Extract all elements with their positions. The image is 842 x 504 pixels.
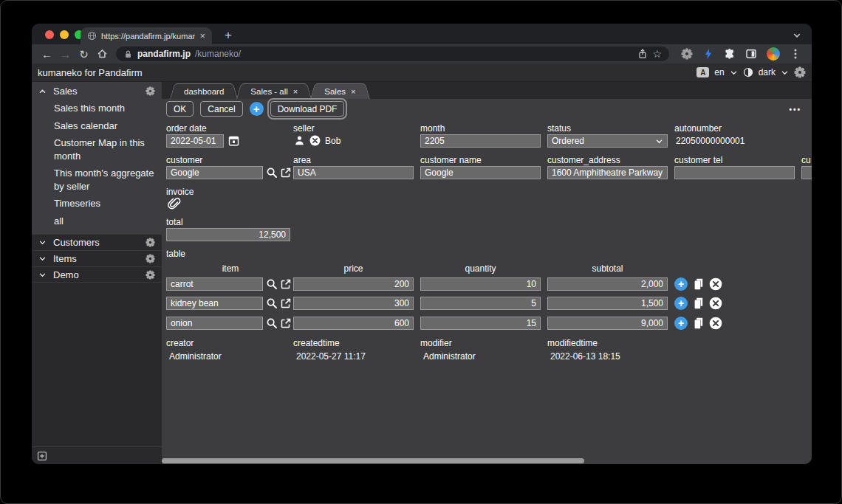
table-row-quantity-input[interactable] xyxy=(420,317,541,330)
item-search-icon[interactable] xyxy=(266,317,278,329)
cancel-button[interactable]: Cancel xyxy=(200,101,242,117)
extension-gear-icon[interactable] xyxy=(681,48,693,60)
language-chevron-icon[interactable] xyxy=(730,69,738,77)
customer-search-icon[interactable] xyxy=(266,167,278,179)
side-panel-icon[interactable] xyxy=(745,48,757,60)
seller-clear-icon[interactable] xyxy=(309,135,321,146)
total-input[interactable] xyxy=(166,228,290,241)
home-button[interactable] xyxy=(93,48,112,61)
browser-tab[interactable]: https://pandafirm.jp/kumaneko × xyxy=(81,27,212,44)
table-row-subtotal-input[interactable] xyxy=(547,277,668,291)
table-row-quantity-input[interactable] xyxy=(420,297,541,310)
table-row-item-input[interactable] xyxy=(166,277,263,291)
tab-sales[interactable]: Sales × xyxy=(317,83,363,99)
add-record-button[interactable]: + xyxy=(250,102,264,116)
row-delete-icon[interactable] xyxy=(709,277,722,291)
sales-settings-gear-icon[interactable] xyxy=(146,86,155,96)
sidebar-item-all[interactable]: all xyxy=(54,213,156,230)
table-row-quantity-input[interactable] xyxy=(420,277,541,291)
contrast-icon[interactable] xyxy=(743,67,753,77)
sidebar-item-customers[interactable]: Customers xyxy=(32,234,162,250)
row-add-button[interactable]: + xyxy=(674,277,688,291)
reload-button[interactable]: ↻ xyxy=(75,49,93,60)
tab-sales-all[interactable]: Sales - all × xyxy=(243,83,305,99)
row-delete-icon[interactable] xyxy=(709,317,722,330)
row-duplicate-icon[interactable] xyxy=(693,317,705,329)
items-settings-gear-icon[interactable] xyxy=(146,254,155,263)
tab-close-icon[interactable]: × xyxy=(293,84,298,99)
tab-close-icon[interactable]: × xyxy=(199,31,205,41)
item-search-icon[interactable] xyxy=(266,278,278,290)
extensions-puzzle-icon[interactable] xyxy=(724,48,736,60)
window-minimize-button[interactable] xyxy=(60,30,69,39)
sidebar-item-items[interactable]: Items xyxy=(32,250,162,266)
customer-tel-input[interactable] xyxy=(674,166,795,179)
window-close-button[interactable] xyxy=(45,30,54,39)
app-settings-gear-icon[interactable] xyxy=(794,66,806,78)
row-duplicate-icon[interactable] xyxy=(693,297,705,309)
sidebar-item-sales[interactable]: Sales xyxy=(32,82,162,100)
more-menu-icon[interactable]: ••• xyxy=(789,106,801,114)
area-input[interactable] xyxy=(293,166,414,179)
browser-tab-strip: https://pandafirm.jp/kumaneko × + xyxy=(32,24,812,44)
language-selector[interactable]: en xyxy=(714,67,724,77)
collapse-chevron-up-icon[interactable] xyxy=(38,87,47,95)
forward-button[interactable]: → xyxy=(56,49,75,60)
row-delete-icon[interactable] xyxy=(709,297,722,310)
table-row-item-input[interactable] xyxy=(166,317,263,330)
sidebar-item-timeseries[interactable]: Timeseries xyxy=(54,195,156,213)
sidebar-item-customer-map[interactable]: Customer Map in this month xyxy=(54,134,156,165)
theme-selector[interactable]: dark xyxy=(759,67,776,77)
sidebar-item-aggregate-by-seller[interactable]: This month's aggregate by seller xyxy=(54,165,156,195)
extension-lightning-icon[interactable] xyxy=(702,48,714,60)
row-duplicate-icon[interactable] xyxy=(693,278,705,290)
table-row-subtotal-input[interactable] xyxy=(547,297,668,310)
table-row-price-input[interactable] xyxy=(293,277,414,291)
cut-column-input[interactable] xyxy=(801,166,812,179)
customer-external-link-icon[interactable] xyxy=(280,167,292,179)
new-tab-button[interactable]: + xyxy=(221,28,236,43)
sidebar-item-sales-this-month[interactable]: Sales this month xyxy=(54,100,156,117)
customer-input[interactable] xyxy=(166,166,263,179)
address-bar[interactable]: pandafirm.jp/kumaneko/ ☆ xyxy=(116,46,669,61)
add-app-icon[interactable] xyxy=(37,451,47,461)
paperclip-icon[interactable] xyxy=(168,197,181,210)
month-input[interactable] xyxy=(420,134,541,148)
item-external-link-icon[interactable] xyxy=(280,317,292,329)
row-add-button[interactable]: + xyxy=(674,297,688,310)
horizontal-scrollbar-thumb[interactable] xyxy=(162,458,584,463)
tab-dashboard[interactable]: dashboard xyxy=(177,83,231,99)
sidebar-item-demo[interactable]: Demo xyxy=(32,266,162,283)
item-search-icon[interactable] xyxy=(266,297,278,309)
download-pdf-button[interactable]: Download PDF xyxy=(270,101,345,117)
back-button[interactable]: ← xyxy=(38,49,56,60)
customer-address-input[interactable] xyxy=(547,166,668,179)
table-row-price-input[interactable] xyxy=(293,297,414,310)
tab-search-chevron-icon[interactable] xyxy=(793,31,801,40)
bookmark-star-icon[interactable]: ☆ xyxy=(652,49,662,59)
theme-chevron-icon[interactable] xyxy=(781,69,789,77)
expand-chevron-down-icon[interactable] xyxy=(38,271,47,279)
table-row-item-input[interactable] xyxy=(166,297,263,310)
expand-chevron-down-icon[interactable] xyxy=(38,255,47,263)
status-select[interactable]: Ordered xyxy=(547,134,668,148)
table-row-price-input[interactable] xyxy=(293,317,414,330)
translate-icon[interactable]: A xyxy=(696,67,709,77)
customer-name-input[interactable] xyxy=(420,166,541,179)
tab-close-icon[interactable]: × xyxy=(351,84,355,99)
sidebar-item-sales-calendar[interactable]: Sales calendar xyxy=(54,117,156,135)
profile-avatar[interactable] xyxy=(767,47,780,61)
demo-settings-gear-icon[interactable] xyxy=(146,270,155,280)
order-date-input[interactable] xyxy=(166,134,224,148)
item-external-link-icon[interactable] xyxy=(280,297,292,309)
ok-button[interactable]: OK xyxy=(166,101,194,117)
share-icon[interactable] xyxy=(637,49,648,59)
row-add-button[interactable]: + xyxy=(674,317,688,330)
customers-settings-gear-icon[interactable] xyxy=(146,238,155,247)
expand-chevron-down-icon[interactable] xyxy=(38,238,47,246)
person-icon[interactable] xyxy=(294,135,305,146)
calendar-icon[interactable] xyxy=(228,135,239,146)
item-external-link-icon[interactable] xyxy=(280,278,292,290)
table-row-subtotal-input[interactable] xyxy=(547,317,668,330)
browser-menu-kebab-icon[interactable] xyxy=(790,48,801,60)
